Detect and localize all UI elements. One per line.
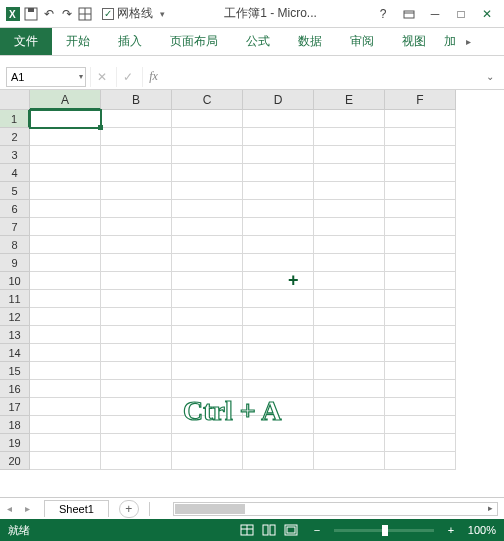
cell[interactable]	[314, 218, 385, 236]
cell[interactable]	[243, 434, 314, 452]
cell[interactable]	[172, 182, 243, 200]
cell[interactable]	[385, 452, 456, 470]
cell[interactable]	[385, 254, 456, 272]
name-box-dropdown-icon[interactable]: ▾	[79, 72, 83, 81]
sheet-tab[interactable]: Sheet1	[44, 500, 109, 517]
cell[interactable]	[172, 380, 243, 398]
cell[interactable]	[101, 434, 172, 452]
cell[interactable]	[243, 398, 314, 416]
cell[interactable]	[243, 344, 314, 362]
cell[interactable]	[385, 308, 456, 326]
cell[interactable]	[385, 272, 456, 290]
fx-icon[interactable]: fx	[142, 67, 164, 87]
cell[interactable]	[385, 362, 456, 380]
spreadsheet-grid[interactable]: ABCDEF1234567891011121314151617181920	[0, 90, 504, 470]
tab-view[interactable]: 视图	[388, 28, 440, 55]
cell[interactable]	[172, 344, 243, 362]
cell[interactable]	[101, 254, 172, 272]
row-header[interactable]: 12	[0, 308, 30, 326]
horizontal-scrollbar[interactable]: ◂ ▸	[173, 502, 498, 516]
row-header[interactable]: 5	[0, 182, 30, 200]
tab-file[interactable]: 文件	[0, 28, 52, 55]
cell[interactable]	[243, 452, 314, 470]
cell[interactable]	[30, 308, 101, 326]
cell[interactable]	[314, 254, 385, 272]
save-icon[interactable]	[22, 5, 40, 23]
minimize-icon[interactable]: ─	[422, 4, 448, 24]
cell[interactable]	[243, 416, 314, 434]
cell[interactable]	[385, 434, 456, 452]
cell[interactable]	[314, 326, 385, 344]
cell[interactable]	[172, 434, 243, 452]
cell[interactable]	[385, 128, 456, 146]
cell[interactable]	[314, 344, 385, 362]
cell[interactable]	[385, 290, 456, 308]
cell[interactable]	[314, 434, 385, 452]
cell[interactable]	[172, 452, 243, 470]
column-header[interactable]: B	[101, 90, 172, 110]
cell[interactable]	[172, 398, 243, 416]
row-header[interactable]: 16	[0, 380, 30, 398]
cell[interactable]	[243, 146, 314, 164]
cell[interactable]	[101, 272, 172, 290]
cell[interactable]	[243, 308, 314, 326]
new-sheet-button[interactable]: +	[119, 500, 139, 518]
cell[interactable]	[243, 110, 314, 128]
row-header[interactable]: 13	[0, 326, 30, 344]
cell[interactable]	[243, 236, 314, 254]
cell[interactable]	[314, 362, 385, 380]
cell[interactable]	[30, 236, 101, 254]
cell[interactable]	[30, 326, 101, 344]
column-header[interactable]: E	[314, 90, 385, 110]
maximize-icon[interactable]: □	[448, 4, 474, 24]
cell[interactable]	[30, 164, 101, 182]
cell[interactable]	[385, 326, 456, 344]
row-header[interactable]: 15	[0, 362, 30, 380]
cell[interactable]	[314, 380, 385, 398]
cell[interactable]	[385, 164, 456, 182]
ribbon-collapse-icon[interactable]	[396, 4, 422, 24]
row-header[interactable]: 11	[0, 290, 30, 308]
cell[interactable]	[101, 182, 172, 200]
undo-icon[interactable]: ↶	[40, 5, 58, 23]
sheet-nav-next-icon[interactable]: ▸	[18, 503, 36, 514]
cell[interactable]	[101, 164, 172, 182]
expand-formula-icon[interactable]: ⌄	[482, 71, 498, 82]
ribbon-overflow-icon[interactable]: ▸	[460, 28, 477, 55]
cell[interactable]	[243, 254, 314, 272]
zoom-out-button[interactable]: −	[306, 524, 328, 536]
row-header[interactable]: 6	[0, 200, 30, 218]
help-icon[interactable]: ?	[370, 4, 396, 24]
cell[interactable]	[172, 128, 243, 146]
select-all-corner[interactable]	[0, 90, 30, 110]
cell[interactable]	[314, 110, 385, 128]
cell[interactable]	[243, 362, 314, 380]
cell[interactable]	[172, 416, 243, 434]
cell[interactable]	[30, 416, 101, 434]
cell[interactable]	[314, 290, 385, 308]
cell[interactable]	[30, 434, 101, 452]
column-header[interactable]: F	[385, 90, 456, 110]
cell[interactable]	[243, 326, 314, 344]
cell[interactable]	[30, 290, 101, 308]
row-header[interactable]: 9	[0, 254, 30, 272]
cell[interactable]	[172, 236, 243, 254]
cell[interactable]	[30, 380, 101, 398]
cell[interactable]	[314, 146, 385, 164]
tab-insert[interactable]: 插入	[104, 28, 156, 55]
row-header[interactable]: 7	[0, 218, 30, 236]
cell[interactable]	[243, 164, 314, 182]
gridlines-checkbox[interactable]: ✓ 网格线	[102, 5, 153, 22]
cell[interactable]	[172, 110, 243, 128]
cell[interactable]	[30, 218, 101, 236]
zoom-slider-knob[interactable]	[382, 525, 388, 536]
cell[interactable]	[172, 272, 243, 290]
cell[interactable]	[314, 236, 385, 254]
cell[interactable]	[101, 128, 172, 146]
scroll-right-icon[interactable]: ▸	[483, 503, 497, 515]
row-header[interactable]: 1	[0, 110, 30, 128]
cell[interactable]	[314, 164, 385, 182]
tab-data[interactable]: 数据	[284, 28, 336, 55]
cell[interactable]	[30, 398, 101, 416]
view-page-layout-icon[interactable]	[262, 524, 284, 536]
